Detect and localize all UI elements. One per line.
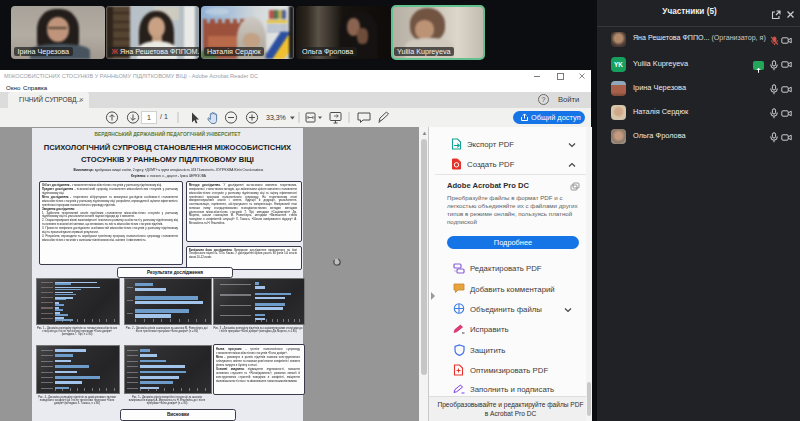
svg-text:33,3%: 33,3% [266, 114, 286, 121]
